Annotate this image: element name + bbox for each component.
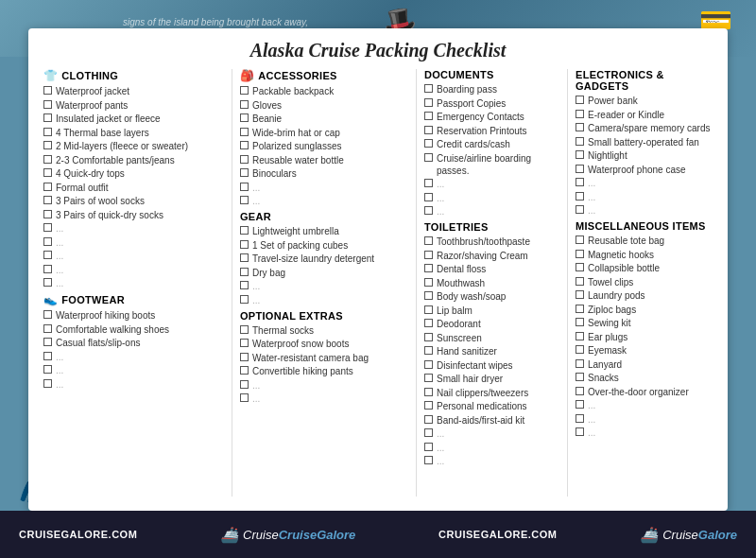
checkbox[interactable]: [576, 96, 584, 104]
checkbox[interactable]: [240, 366, 249, 375]
checkbox[interactable]: [576, 137, 584, 146]
checkbox[interactable]: [43, 86, 52, 95]
checkbox[interactable]: [424, 346, 433, 355]
checkbox[interactable]: [240, 100, 249, 109]
checkbox[interactable]: [43, 338, 52, 346]
checkbox[interactable]: [43, 183, 52, 191]
checkbox[interactable]: [240, 168, 249, 177]
checkbox[interactable]: [576, 263, 584, 271]
checkbox[interactable]: [424, 388, 433, 396]
checkbox[interactable]: [240, 196, 249, 204]
checkbox[interactable]: [424, 291, 433, 300]
checkbox[interactable]: [43, 310, 52, 319]
checkbox[interactable]: [43, 223, 52, 232]
checkbox[interactable]: [43, 237, 52, 246]
checkbox[interactable]: [424, 415, 433, 424]
item-label: E-reader or Kindle: [588, 109, 664, 121]
checkbox[interactable]: [576, 110, 584, 118]
checkbox[interactable]: [240, 141, 249, 149]
checkbox[interactable]: [424, 84, 433, 93]
checkbox[interactable]: [240, 281, 249, 289]
checkbox[interactable]: [424, 428, 433, 437]
checkbox[interactable]: [43, 113, 52, 122]
checkbox[interactable]: [424, 319, 433, 327]
checkbox[interactable]: [43, 210, 52, 218]
checkbox[interactable]: [576, 205, 584, 214]
checkbox[interactable]: [240, 295, 249, 304]
checkbox[interactable]: [240, 86, 249, 95]
checkbox[interactable]: [424, 456, 433, 464]
checkbox[interactable]: [43, 141, 52, 149]
list-item: ...: [576, 191, 713, 203]
item-label: ...: [252, 182, 260, 194]
checkbox[interactable]: [240, 155, 249, 164]
checkbox[interactable]: [43, 278, 52, 287]
list-item: ...: [424, 442, 559, 454]
checkbox[interactable]: [424, 443, 433, 451]
checkbox[interactable]: [240, 380, 249, 389]
checkbox[interactable]: [424, 401, 433, 410]
checkbox[interactable]: [576, 123, 584, 131]
checkbox[interactable]: [240, 339, 249, 347]
checkbox[interactable]: [43, 155, 52, 164]
checkbox[interactable]: [240, 183, 249, 191]
checkbox[interactable]: [424, 251, 433, 259]
checkbox[interactable]: [576, 414, 584, 423]
checkbox[interactable]: [240, 253, 249, 262]
checkbox[interactable]: [43, 324, 52, 333]
checkbox[interactable]: [240, 325, 249, 334]
checkbox[interactable]: [576, 150, 584, 159]
checkbox[interactable]: [576, 359, 584, 368]
checkbox[interactable]: [576, 165, 584, 173]
checkbox[interactable]: [424, 374, 433, 382]
checkbox[interactable]: [576, 290, 584, 299]
checkbox[interactable]: [43, 265, 52, 273]
checkbox[interactable]: [424, 206, 433, 215]
checkbox[interactable]: [43, 196, 52, 204]
checkbox[interactable]: [424, 264, 433, 272]
checkbox[interactable]: [576, 178, 584, 186]
checkbox[interactable]: [576, 345, 584, 354]
checkbox[interactable]: [43, 365, 52, 374]
list-item: ...: [43, 236, 224, 249]
checkbox[interactable]: [240, 393, 249, 402]
checkbox[interactable]: [576, 332, 584, 340]
checkbox[interactable]: [576, 373, 584, 381]
checkbox[interactable]: [43, 379, 52, 388]
checkbox[interactable]: [424, 139, 433, 148]
checkbox[interactable]: [43, 100, 52, 109]
checkbox[interactable]: [43, 168, 52, 177]
checkbox[interactable]: [424, 360, 433, 369]
checkbox[interactable]: [43, 128, 52, 136]
checkbox[interactable]: [424, 278, 433, 287]
checkbox[interactable]: [424, 112, 433, 120]
checkbox[interactable]: [576, 277, 584, 286]
checkbox[interactable]: [43, 251, 52, 259]
checkbox[interactable]: [240, 240, 249, 249]
checkbox[interactable]: [576, 250, 584, 258]
checkbox[interactable]: [424, 193, 433, 201]
checkbox[interactable]: [240, 113, 249, 122]
checkbox[interactable]: [576, 427, 584, 436]
checkbox[interactable]: [240, 268, 249, 276]
checkbox[interactable]: [576, 235, 584, 244]
checkbox[interactable]: [240, 226, 249, 235]
checkbox[interactable]: [43, 352, 52, 360]
checkbox[interactable]: [240, 353, 249, 361]
item-label: ...: [437, 178, 444, 190]
checkbox[interactable]: [424, 236, 433, 245]
checkbox[interactable]: [576, 192, 584, 201]
list-item: Reservation Printouts: [424, 125, 559, 137]
checkbox[interactable]: [424, 333, 433, 341]
checkbox[interactable]: [424, 179, 433, 187]
checkbox[interactable]: [576, 387, 584, 395]
checkbox[interactable]: [424, 126, 433, 134]
checkbox[interactable]: [576, 400, 584, 409]
checkbox[interactable]: [424, 305, 433, 314]
list-item: ...: [43, 378, 224, 391]
checkbox[interactable]: [424, 153, 433, 162]
checkbox[interactable]: [576, 318, 584, 326]
checkbox[interactable]: [424, 98, 433, 107]
checkbox[interactable]: [240, 128, 249, 136]
checkbox[interactable]: [576, 305, 584, 313]
